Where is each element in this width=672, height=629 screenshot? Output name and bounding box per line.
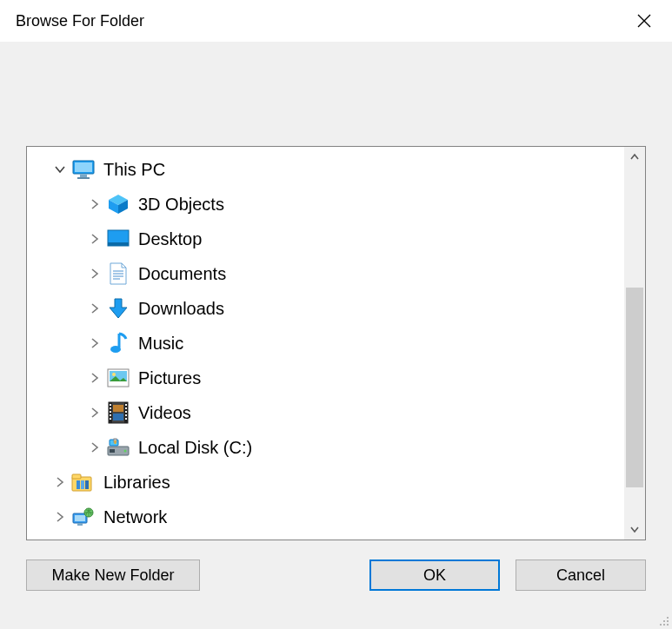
titlebar: Browse For Folder — [0, 0, 672, 42]
cube-icon — [105, 191, 131, 217]
chevron-right-icon — [90, 268, 100, 279]
svg-rect-18 — [110, 407, 111, 409]
libraries-icon — [70, 469, 96, 495]
expand-arrow[interactable] — [84, 298, 105, 319]
download-icon — [105, 295, 131, 321]
svg-point-31 — [124, 450, 127, 453]
folder-tree-container: This PC 3D Objects Desktop — [26, 146, 646, 540]
svg-rect-20 — [110, 414, 111, 416]
svg-rect-5 — [108, 242, 129, 246]
svg-rect-25 — [125, 414, 127, 416]
tree-node-label[interactable]: Pictures — [138, 368, 201, 388]
svg-rect-24 — [125, 411, 127, 413]
svg-point-47 — [660, 624, 662, 626]
network-icon — [70, 504, 96, 530]
expand-arrow[interactable] — [84, 333, 105, 354]
tree-node[interactable]: 3D Objects — [30, 187, 624, 222]
scroll-track[interactable] — [624, 168, 645, 519]
svg-rect-41 — [75, 515, 85, 521]
chevron-down-icon — [55, 164, 65, 175]
tree-node-label[interactable]: Local Disk (C:) — [138, 438, 252, 458]
chevron-right-icon — [90, 199, 100, 209]
svg-rect-42 — [77, 523, 83, 526]
expand-arrow[interactable] — [50, 472, 70, 493]
make-new-folder-button[interactable]: Make New Folder — [26, 559, 200, 591]
svg-point-13 — [112, 373, 116, 376]
dialog-spacer — [26, 42, 646, 146]
tree-node-libraries[interactable]: Libraries — [30, 465, 624, 500]
tree-node-label[interactable]: Libraries — [103, 473, 170, 493]
tree-node[interactable]: Music — [30, 326, 624, 361]
tree-node-label[interactable]: 3D Objects — [138, 195, 224, 215]
tree-node[interactable]: Videos — [30, 395, 624, 430]
close-icon — [637, 14, 651, 28]
tree-node[interactable]: Local Disk (C:) — [30, 430, 624, 465]
svg-rect-2 — [80, 175, 87, 177]
tree-node[interactable]: Desktop — [30, 222, 624, 256]
svg-rect-3 — [77, 177, 90, 179]
chevron-right-icon — [55, 477, 65, 487]
tree-node[interactable]: Pictures — [30, 361, 624, 395]
scroll-thumb[interactable] — [626, 288, 643, 487]
expand-arrow[interactable] — [84, 367, 105, 388]
scroll-down-button[interactable] — [624, 519, 645, 540]
expand-arrow[interactable] — [50, 159, 70, 180]
svg-rect-19 — [110, 411, 111, 413]
monitor-icon — [70, 156, 96, 182]
tree-node-label[interactable]: Downloads — [138, 299, 224, 319]
tree-scrollbar[interactable] — [624, 147, 645, 540]
folder-tree[interactable]: This PC 3D Objects Desktop — [27, 147, 624, 540]
disk-icon — [105, 434, 131, 460]
expand-arrow[interactable] — [84, 194, 105, 215]
dialog-button-row: Make New Folder OK Cancel — [26, 540, 646, 591]
svg-point-45 — [663, 620, 665, 622]
expand-arrow[interactable] — [84, 437, 105, 458]
svg-rect-28 — [113, 414, 123, 420]
svg-rect-39 — [85, 480, 89, 489]
resize-grip[interactable] — [656, 613, 670, 627]
svg-rect-21 — [110, 418, 111, 420]
videos-icon — [105, 400, 131, 426]
chevron-right-icon — [90, 234, 100, 244]
tree-node[interactable]: Downloads — [30, 291, 624, 326]
chevron-right-icon — [90, 407, 100, 418]
close-button[interactable] — [620, 3, 669, 38]
svg-rect-38 — [81, 480, 84, 489]
svg-point-10 — [110, 346, 121, 353]
svg-rect-1 — [75, 162, 92, 172]
chevron-right-icon — [90, 373, 100, 383]
music-icon — [105, 330, 131, 356]
svg-rect-34 — [115, 440, 116, 444]
tree-node-label[interactable]: Network — [103, 507, 167, 527]
svg-rect-17 — [110, 404, 111, 406]
tree-node-network[interactable]: Network — [30, 500, 624, 534]
expand-arrow[interactable] — [50, 507, 70, 527]
tree-node-label[interactable]: Videos — [138, 403, 191, 423]
svg-rect-27 — [113, 405, 123, 412]
dialog-body: This PC 3D Objects Desktop — [0, 42, 672, 629]
svg-rect-30 — [110, 449, 115, 453]
tree-node-label[interactable]: Documents — [138, 264, 226, 284]
tree-node-this-pc[interactable]: This PC — [30, 152, 624, 187]
chevron-right-icon — [90, 338, 100, 348]
expand-arrow[interactable] — [84, 263, 105, 284]
chevron-down-icon — [629, 524, 640, 534]
tree-node[interactable]: Documents — [30, 256, 624, 291]
svg-point-46 — [667, 620, 669, 622]
cancel-button[interactable]: Cancel — [516, 559, 646, 591]
desktop-icon — [105, 226, 131, 252]
svg-point-49 — [667, 624, 669, 626]
svg-rect-22 — [125, 404, 127, 406]
ok-button[interactable]: OK — [369, 559, 500, 591]
tree-node-label[interactable]: Music — [138, 334, 183, 354]
chevron-right-icon — [55, 512, 65, 522]
chevron-up-icon — [629, 152, 640, 162]
scroll-up-button[interactable] — [624, 147, 645, 168]
window-title: Browse For Folder — [16, 12, 620, 30]
svg-rect-37 — [77, 480, 80, 489]
tree-node-label[interactable]: Desktop — [138, 229, 202, 249]
expand-arrow[interactable] — [84, 228, 105, 249]
tree-node-label[interactable]: This PC — [103, 160, 165, 180]
expand-arrow[interactable] — [84, 402, 105, 423]
svg-point-44 — [667, 617, 669, 619]
